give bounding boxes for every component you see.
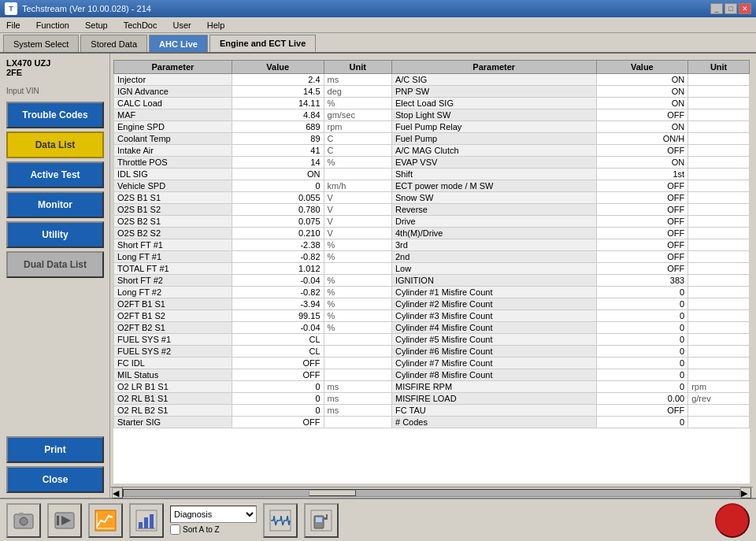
param-right: A/C SIG (391, 74, 596, 86)
param-left: O2FT B1 S1 (114, 298, 232, 310)
unit-left: deg (324, 86, 391, 98)
tab-system-select[interactable]: System Select (3, 35, 79, 52)
graph-button[interactable] (88, 503, 123, 538)
table-row: Long FT #1-0.82%2ndOFF (114, 251, 750, 263)
playback-button[interactable] (47, 503, 82, 538)
param-left: MAF (114, 109, 232, 121)
table-row: Short FT #2-0.04%IGNITION383 (114, 275, 750, 287)
snapshot-button[interactable] (6, 503, 41, 538)
param-right: 2nd (391, 251, 596, 263)
value-right: OFF (596, 239, 688, 251)
value-right: OFF (596, 204, 688, 216)
scroll-right-button[interactable]: ▶ (740, 487, 751, 498)
param-right: FC TAU (391, 405, 596, 417)
param-left: Short FT #2 (114, 275, 232, 287)
data-table-area[interactable]: Parameter Value Unit Parameter Value Uni… (113, 60, 750, 484)
menu-techdoc[interactable]: TechDoc (120, 19, 161, 31)
col-header-param2: Parameter (391, 61, 596, 74)
close-window-button[interactable]: ✕ (739, 3, 751, 14)
minimize-button[interactable]: _ (710, 3, 723, 14)
value-right: 0 (596, 417, 688, 428)
value-right: 383 (596, 275, 688, 287)
tab-engine-ect-live[interactable]: Engine and ECT Live (209, 35, 316, 52)
app-title: Techstream (Ver 10.00.028) - 214 (22, 4, 151, 13)
trouble-codes-button[interactable]: Trouble Codes (6, 102, 104, 128)
value-left: 0 (232, 180, 324, 192)
data-list-button[interactable]: Data List (6, 132, 104, 158)
maximize-button[interactable]: □ (724, 3, 737, 14)
table-row: CALC Load14.11%Elect Load SIGON (114, 98, 750, 109)
table-row: O2S B1 S10.055VSnow SWOFF (114, 192, 750, 204)
tab-ahc-live[interactable]: AHC Live (149, 35, 208, 52)
param-right: 3rd (391, 239, 596, 251)
menu-bar: File Function Setup TechDoc User Help (0, 17, 756, 33)
monitor-button[interactable]: Monitor (6, 191, 104, 218)
menu-function[interactable]: Function (33, 19, 72, 31)
unit-left: V (324, 228, 391, 239)
scroll-left-button[interactable]: ◀ (112, 487, 123, 498)
unit-left: V (324, 192, 391, 204)
dual-data-list-button[interactable]: Dual Data List (6, 251, 104, 278)
value-left: OFF (232, 369, 324, 381)
svg-rect-12 (150, 514, 154, 528)
unit-left: % (324, 157, 391, 169)
value-right: 1st (596, 169, 688, 180)
value-right: ON (596, 121, 688, 133)
menu-setup[interactable]: Setup (82, 19, 111, 31)
unit-right (688, 287, 750, 298)
table-row: O2S B2 S10.075VDriveOFF (114, 216, 750, 228)
unit-right (688, 405, 750, 417)
utility-button[interactable]: Utility (6, 221, 104, 248)
value-right: OFF (596, 263, 688, 275)
col-header-param1: Parameter (114, 61, 232, 74)
param-right: ECT power mode / M SW (391, 180, 596, 192)
waveform-button[interactable] (263, 503, 298, 538)
value-right: ON (596, 157, 688, 169)
scroll-track[interactable] (123, 489, 740, 497)
active-test-button[interactable]: Active Test (6, 161, 104, 188)
param-left: O2S B1 S2 (114, 204, 232, 216)
sort-checkbox-area: Sort A to Z (170, 524, 257, 535)
param-left: FUEL SYS #2 (114, 346, 232, 358)
svg-rect-19 (326, 514, 328, 518)
close-button[interactable]: Close (6, 466, 104, 493)
menu-help[interactable]: Help (204, 19, 228, 31)
menu-user[interactable]: User (169, 19, 194, 31)
fuel-button[interactable] (304, 503, 339, 538)
horizontal-scrollbar[interactable]: ◀ ▶ (110, 487, 753, 498)
value-left: 41 (232, 145, 324, 157)
unit-left: V (324, 204, 391, 216)
scroll-thumb[interactable] (309, 490, 356, 496)
value-left: -0.82 (232, 287, 324, 298)
unit-right (688, 298, 750, 310)
value-right: 0.00 (596, 393, 688, 405)
value-left: OFF (232, 358, 324, 369)
value-right: ON (596, 98, 688, 109)
unit-right (688, 346, 750, 358)
unit-right (688, 334, 750, 346)
menu-file[interactable]: File (3, 19, 24, 31)
param-right: # Codes (391, 417, 596, 428)
param-right: Cylinder #1 Misfire Count (391, 287, 596, 298)
unit-left: % (324, 239, 391, 251)
table-row: Starter SIGOFF# Codes0 (114, 417, 750, 428)
value-left: 0 (232, 405, 324, 417)
table-row: Throttle POS14%EVAP VSVON (114, 157, 750, 169)
param-right: 4th(M)/Drive (391, 228, 596, 239)
param-right: Cylinder #5 Misfire Count (391, 334, 596, 346)
param-left: Starter SIG (114, 417, 232, 428)
diagnosis-dropdown[interactable]: Diagnosis Parameter Setting (170, 506, 257, 523)
print-button[interactable]: Print (6, 436, 104, 463)
chart-button[interactable] (129, 503, 164, 538)
sort-checkbox[interactable] (170, 524, 180, 535)
param-right: Cylinder #2 Misfire Count (391, 298, 596, 310)
value-left: 0 (232, 381, 324, 393)
svg-rect-17 (316, 517, 322, 522)
param-left: IDL SIG (114, 169, 232, 180)
data-table: Parameter Value Unit Parameter Value Uni… (113, 60, 750, 428)
param-right: Drive (391, 216, 596, 228)
unit-right (688, 121, 750, 133)
stop-button[interactable] (715, 503, 750, 538)
tab-stored-data[interactable]: Stored Data (80, 35, 147, 52)
param-right: IGNITION (391, 275, 596, 287)
